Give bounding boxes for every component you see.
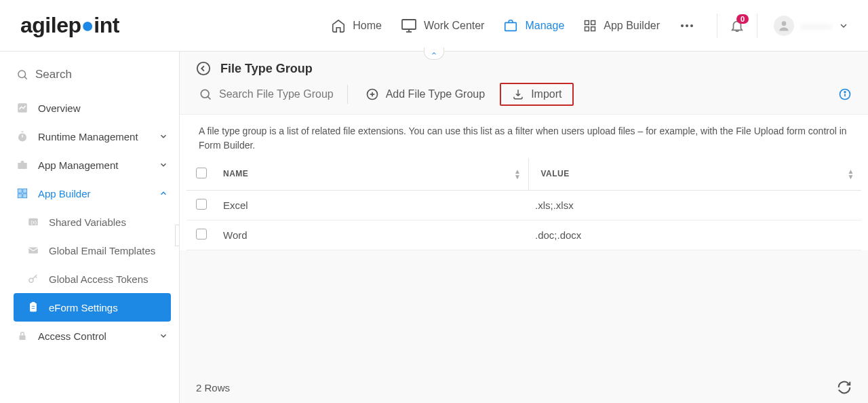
- top-nav: agilep●int Home Work Center Manage App B…: [0, 0, 868, 52]
- sidebar-item-overview[interactable]: Overview: [14, 94, 171, 122]
- briefcase-icon: [16, 159, 28, 171]
- row-name: Word: [216, 220, 528, 250]
- refresh-icon: [837, 380, 852, 395]
- table-row[interactable]: Word .doc;.docx: [186, 220, 861, 250]
- sidebar-item-app-management[interactable]: App Management: [14, 151, 171, 179]
- import-button[interactable]: Import: [500, 83, 574, 106]
- row-checkbox[interactable]: [196, 229, 207, 239]
- lock-icon: [16, 330, 28, 342]
- sidebar-sub-access-tokens[interactable]: Global Access Tokens: [14, 265, 171, 293]
- nav-work-center-label: Work Center: [424, 20, 485, 32]
- checkbox-icon: [196, 168, 207, 178]
- column-header-name[interactable]: NAME▲▼: [216, 158, 528, 191]
- add-button-label: Add File Type Group: [386, 88, 485, 100]
- notification-badge: 0: [736, 14, 749, 24]
- row-checkbox[interactable]: [196, 199, 207, 210]
- nav-manage[interactable]: Manage: [503, 18, 564, 33]
- sidebar-collapse-button[interactable]: [175, 225, 180, 246]
- svg-rect-18: [18, 163, 27, 169]
- logo-text-prefix: agilep: [20, 13, 81, 38]
- toolbar: Search File Type Group Add File Type Gro…: [180, 83, 868, 114]
- sidebar-search-placeholder: Search: [35, 68, 72, 81]
- logo-dot-icon: ●: [81, 13, 94, 38]
- download-icon: [512, 88, 524, 100]
- sidebar-item-runtime[interactable]: Runtime Management: [14, 122, 171, 151]
- sidebar-shared-vars-label: Shared Variables: [49, 216, 126, 228]
- svg-rect-31: [20, 335, 26, 340]
- sidebar-sub-eform-settings[interactable]: eForm Settings: [14, 293, 171, 322]
- sidebar-item-access-control[interactable]: Access Control: [14, 322, 171, 350]
- logo[interactable]: agilep●int: [20, 13, 119, 38]
- clipboard-icon: [27, 301, 39, 313]
- svg-point-40: [844, 92, 846, 93]
- sidebar: Search Overview Runtime Management App M…: [0, 52, 180, 403]
- user-menu[interactable]: ———: [770, 13, 853, 39]
- main-header: File Type Group: [180, 52, 868, 83]
- table-footer: 2 Rows: [180, 372, 868, 403]
- sidebar-runtime-label: Runtime Management: [38, 131, 138, 142]
- apps-icon: [16, 187, 28, 199]
- back-icon[interactable]: [196, 61, 211, 76]
- svg-rect-28: [32, 303, 35, 305]
- sidebar-app-mgmt-label: App Management: [38, 159, 118, 171]
- key-icon: [27, 273, 39, 285]
- nav-app-builder-label: App Builder: [604, 20, 660, 32]
- toolbar-search-placeholder: Search File Type Group: [219, 88, 334, 100]
- plus-circle-icon: [366, 88, 379, 101]
- nav-home[interactable]: Home: [331, 18, 382, 33]
- sidebar-sub-shared-variables[interactable]: (x) Shared Variables: [14, 208, 171, 236]
- variable-icon: (x): [27, 216, 39, 228]
- svg-point-11: [782, 21, 787, 26]
- svg-rect-19: [18, 189, 22, 193]
- sidebar-search[interactable]: Search: [14, 64, 171, 94]
- toolbar-separator: [347, 85, 348, 104]
- search-icon: [199, 88, 212, 101]
- column-header-value[interactable]: VALUE▲▼: [528, 158, 861, 191]
- row-value: .xls;.xlsx: [528, 191, 861, 220]
- svg-point-32: [197, 62, 210, 75]
- sidebar-access-tok-label: Global Access Tokens: [49, 273, 148, 285]
- chevron-down-icon: [159, 132, 168, 141]
- main-content: File Type Group Search File Type Group A…: [180, 52, 868, 403]
- notifications-button[interactable]: 0: [730, 18, 745, 33]
- nav-separator: [757, 14, 757, 38]
- info-icon: [838, 88, 852, 101]
- more-icon: [679, 18, 695, 34]
- select-all-header[interactable]: [186, 158, 216, 191]
- sidebar-item-app-builder[interactable]: App Builder: [14, 179, 171, 208]
- nav-more[interactable]: [679, 18, 695, 34]
- collapse-topnav-button[interactable]: [424, 47, 444, 60]
- nav-app-builder[interactable]: App Builder: [583, 19, 660, 33]
- briefcase-icon: [503, 18, 518, 33]
- file-type-table: NAME▲▼ VALUE▲▼ Excel .xls;.xlsx Word .do…: [180, 158, 868, 250]
- svg-rect-25: [28, 248, 38, 254]
- sidebar-sub-email-templates[interactable]: Global Email Templates: [14, 236, 171, 265]
- svg-point-9: [686, 24, 688, 27]
- svg-rect-22: [23, 194, 27, 198]
- svg-line-13: [24, 77, 27, 79]
- svg-rect-6: [585, 26, 589, 31]
- svg-point-33: [201, 90, 209, 98]
- sidebar-email-tpl-label: Global Email Templates: [49, 245, 155, 256]
- stopwatch-icon: [16, 130, 28, 142]
- page-title: File Type Group: [220, 62, 313, 76]
- row-value: .doc;.docx: [528, 220, 861, 250]
- sidebar-app-builder-label: App Builder: [38, 188, 91, 199]
- sidebar-overview-label: Overview: [38, 102, 81, 114]
- chevron-down-icon: [838, 20, 849, 31]
- nav-separator: [717, 14, 717, 38]
- sort-icon: ▲▼: [848, 169, 854, 180]
- avatar-icon: [774, 16, 794, 36]
- chevron-down-icon: [159, 331, 168, 341]
- info-button[interactable]: [838, 88, 852, 101]
- nav-work-center[interactable]: Work Center: [401, 18, 485, 33]
- add-file-type-group-button[interactable]: Add File Type Group: [359, 83, 492, 105]
- apps-icon: [583, 19, 597, 33]
- chart-icon: [16, 102, 28, 114]
- sidebar-access-ctrl-label: Access Control: [38, 330, 106, 342]
- toolbar-search[interactable]: Search File Type Group: [196, 83, 336, 105]
- svg-point-26: [29, 278, 33, 282]
- monitor-icon: [401, 18, 417, 33]
- table-row[interactable]: Excel .xls;.xlsx: [186, 191, 861, 220]
- refresh-button[interactable]: [837, 380, 852, 395]
